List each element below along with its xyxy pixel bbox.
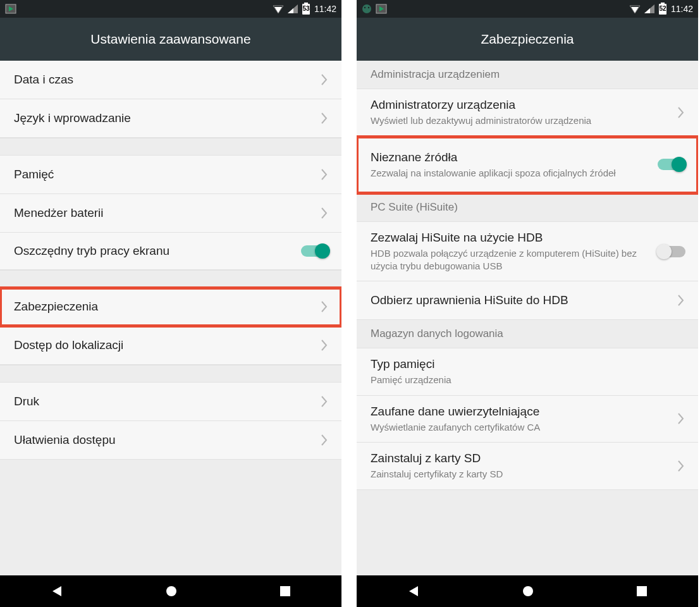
- settings-list: Data i czas Język i wprowadzanie Pamięć …: [0, 61, 341, 575]
- row-unknown-sources[interactable]: Nieznane źródła Zezwalaj na instalowanie…: [357, 137, 698, 194]
- nav-bar: [0, 575, 341, 607]
- row-title: Nieznane źródła: [371, 150, 651, 164]
- home-icon[interactable]: [164, 584, 178, 598]
- svg-marker-9: [52, 586, 61, 596]
- play-store-icon: [5, 3, 16, 15]
- svg-rect-22: [661, 3, 665, 4]
- svg-point-13: [364, 7, 365, 8]
- row-title: Zabezpieczenia: [14, 300, 314, 314]
- toggle-switch[interactable]: [301, 245, 329, 257]
- back-icon[interactable]: [50, 584, 64, 598]
- section-divider: [0, 365, 341, 383]
- chevron-right-icon: [320, 72, 329, 87]
- status-time: 11:42: [314, 4, 336, 14]
- row-subtitle: Zezwalaj na instalowanie aplikacji spoza…: [371, 167, 651, 180]
- row-subtitle: HDB pozwala połączyć urządzenie z komput…: [371, 247, 651, 272]
- row-subtitle: Zainstaluj certyfikaty z karty SD: [371, 468, 670, 481]
- section-header-cred-storage: Magazyn danych logowania: [357, 320, 698, 348]
- chevron-right-icon: [320, 338, 329, 353]
- chevron-right-icon: [320, 111, 329, 126]
- svg-marker-5: [288, 8, 293, 13]
- signal-icon: [288, 4, 298, 13]
- row-trusted-creds[interactable]: Zaufane dane uwierzytelniające Wyświetla…: [357, 396, 698, 443]
- section-divider: [0, 138, 341, 156]
- row-subtitle: Wyświetl lub dezaktywuj administratorów …: [371, 114, 670, 127]
- row-title: Menedżer baterii: [14, 206, 314, 220]
- svg-marker-20: [644, 8, 650, 13]
- page-title: Zabezpieczenia: [357, 18, 698, 61]
- chevron-right-icon: [320, 432, 329, 448]
- android-icon: [362, 4, 372, 14]
- row-title: Język i wprowadzanie: [14, 111, 314, 125]
- row-title: Ułatwienia dostępu: [14, 433, 314, 447]
- row-title: Zaufane dane uwierzytelniające: [371, 405, 670, 419]
- chevron-right-icon: [320, 299, 329, 314]
- svg-rect-11: [280, 586, 290, 596]
- recent-icon[interactable]: [279, 585, 292, 598]
- section-divider: [0, 270, 341, 288]
- row-date-time[interactable]: Data i czas: [0, 61, 341, 99]
- svg-point-25: [523, 586, 533, 596]
- row-hdb-revoke[interactable]: Odbierz uprawnienia HiSuite do HDB: [357, 281, 698, 320]
- battery-icon: 53: [302, 3, 310, 15]
- row-title: Typ pamięci: [371, 357, 685, 371]
- play-store-icon: [376, 3, 387, 15]
- row-subtitle: Wyświetlanie zaufanych certyfikatów CA: [371, 421, 670, 434]
- svg-marker-2: [274, 7, 282, 13]
- row-language-input[interactable]: Język i wprowadzanie: [0, 99, 341, 138]
- status-bar: 52 11:42: [357, 0, 698, 18]
- row-security[interactable]: Zabezpieczenia: [0, 288, 341, 326]
- row-print[interactable]: Druk: [0, 383, 341, 421]
- row-title: Administratorzy urządzenia: [371, 98, 670, 112]
- chevron-right-icon: [677, 293, 685, 308]
- phone-left: 53 11:42 Ustawienia zaawansowane Data i …: [0, 0, 341, 607]
- svg-marker-24: [409, 586, 418, 596]
- row-battery-manager[interactable]: Menedżer baterii: [0, 194, 341, 233]
- row-install-sd[interactable]: Zainstaluj z karty SD Zainstaluj certyfi…: [357, 443, 698, 490]
- row-title: Pamięć: [14, 168, 314, 181]
- row-subtitle: Pamięć urządzenia: [371, 374, 685, 386]
- row-title: Odbierz uprawnienia HiSuite do HDB: [371, 293, 670, 307]
- svg-point-12: [362, 4, 371, 13]
- svg-rect-7: [304, 3, 308, 4]
- row-screen-saver[interactable]: Oszczędny tryb pracy ekranu: [0, 233, 341, 270]
- toggle-switch[interactable]: [658, 159, 685, 170]
- row-location[interactable]: Dostęp do lokalizacji: [0, 326, 341, 365]
- page-title: Ustawienia zaawansowane: [0, 18, 341, 61]
- svg-point-10: [166, 586, 176, 596]
- row-storage[interactable]: Pamięć: [0, 156, 341, 194]
- svg-text:52: 52: [659, 5, 666, 12]
- row-device-admins[interactable]: Administratorzy urządzenia Wyświetl lub …: [357, 89, 698, 137]
- row-storage-type[interactable]: Typ pamięci Pamięć urządzenia: [357, 348, 698, 396]
- chevron-right-icon: [677, 458, 685, 474]
- row-title: Dostęp do lokalizacji: [14, 338, 314, 352]
- nav-bar: [357, 575, 698, 607]
- row-title: Zainstaluj z karty SD: [371, 451, 670, 465]
- battery-icon: 52: [658, 3, 667, 15]
- recent-icon[interactable]: [636, 585, 648, 598]
- wifi-icon: [629, 4, 641, 14]
- back-icon[interactable]: [407, 584, 421, 598]
- security-list: Administracja urządzeniem Administratorz…: [357, 61, 698, 575]
- toggle-switch[interactable]: [658, 246, 685, 257]
- chevron-right-icon: [320, 394, 329, 409]
- signal-icon: [644, 4, 654, 13]
- row-accessibility[interactable]: Ułatwienia dostępu: [0, 421, 341, 460]
- home-icon[interactable]: [521, 584, 535, 598]
- row-title: Zezwalaj HiSuite na użycie HDB: [371, 231, 651, 245]
- chevron-right-icon: [677, 411, 685, 426]
- chevron-right-icon: [320, 167, 329, 182]
- chevron-right-icon: [320, 205, 329, 221]
- svg-rect-26: [637, 586, 647, 596]
- wifi-icon: [273, 4, 284, 14]
- section-header-pc-suite: PC Suite (HiSuite): [357, 193, 698, 222]
- svg-point-14: [368, 7, 369, 8]
- status-time: 11:42: [671, 4, 693, 14]
- svg-text:53: 53: [302, 5, 310, 12]
- row-title: Druk: [14, 395, 314, 408]
- svg-marker-17: [631, 7, 639, 13]
- phone-right: 52 11:42 Zabezpieczenia Administracja ur…: [357, 0, 698, 607]
- row-title: Data i czas: [14, 73, 314, 87]
- row-hdb-allow[interactable]: Zezwalaj HiSuite na użycie HDB HDB pozwa…: [357, 222, 698, 281]
- chevron-right-icon: [677, 105, 685, 120]
